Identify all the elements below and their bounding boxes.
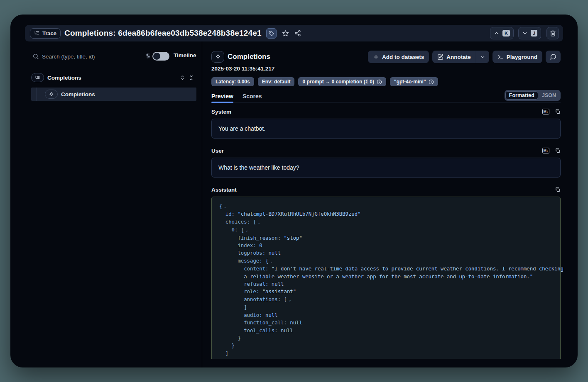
format-option-formatted[interactable]: Formatted xyxy=(505,91,538,100)
user-section-label: User xyxy=(211,148,542,154)
tree-item-completions-generation[interactable]: Completions xyxy=(31,88,196,101)
json-value: null xyxy=(268,250,281,256)
json-code-line: logprobs: null xyxy=(219,249,553,257)
markdown-toggle-icon[interactable]: M↓ xyxy=(542,109,549,114)
json-value: null xyxy=(265,312,278,318)
trace-badge-label: Trace xyxy=(42,30,56,36)
delete-trace-button[interactable] xyxy=(546,27,559,39)
trace-header-bar: Trace Completions: 6dea86b6feae03db538e2… xyxy=(25,25,563,41)
timeline-toggle[interactable] xyxy=(152,52,169,61)
app-window: Trace Completions: 6dea86b6feae03db538e2… xyxy=(10,15,578,367)
collapse-all-icon[interactable] xyxy=(188,75,194,81)
json-code-line: ] xyxy=(219,304,553,311)
token-usage-label: 0 prompt → 0 completion (Σ 0) xyxy=(302,79,374,85)
trash-icon xyxy=(550,30,556,36)
json-key: 0 xyxy=(232,227,235,233)
shortcut-key-k: K xyxy=(502,30,510,36)
search-icon xyxy=(32,53,39,60)
model-badge-label: "gpt-4o-mini" xyxy=(394,79,426,85)
observation-title: Completions xyxy=(228,53,365,61)
tree-indent-guide xyxy=(37,88,37,101)
json-key: logprobs xyxy=(238,250,262,256)
latency-badge: Latency: 0.00s xyxy=(211,77,254,86)
json-key: finish_reason xyxy=(238,235,277,241)
tab-preview[interactable]: Preview xyxy=(211,90,233,102)
format-option-json[interactable]: JSON xyxy=(538,91,560,100)
generation-icon-badge xyxy=(211,51,224,63)
collapse-chevron-icon[interactable]: ⌄ xyxy=(287,297,291,302)
timeline-toggle-label: Timeline xyxy=(174,52,196,58)
json-punctuation: : { xyxy=(259,258,268,264)
collapse-chevron-icon[interactable]: ⌄ xyxy=(268,259,272,263)
json-key: refusal xyxy=(244,281,265,287)
view-options-button[interactable] xyxy=(137,52,152,61)
system-section-label: System xyxy=(211,109,542,115)
assistant-section-tools xyxy=(555,187,561,192)
json-code-line: {⌄ xyxy=(219,202,553,210)
json-code-line: annotations: [⌄ xyxy=(219,296,553,304)
environment-badge: Env: default xyxy=(258,77,295,86)
collapse-chevron-icon[interactable]: ⌄ xyxy=(256,220,260,224)
json-key: audio xyxy=(244,312,259,318)
json-punctuation: : xyxy=(262,250,269,256)
user-section-tools: M↓ xyxy=(542,148,561,153)
comments-button[interactable] xyxy=(546,51,561,63)
search-input[interactable] xyxy=(42,54,121,60)
copy-icon[interactable] xyxy=(555,109,561,114)
json-code-line: a reliable weather website or a weather … xyxy=(219,273,553,280)
tag-button[interactable] xyxy=(266,28,277,39)
tree-item-trace-root[interactable]: Completions xyxy=(31,73,196,83)
pencil-square-icon xyxy=(437,54,443,60)
tree-search-row: Timeline xyxy=(25,51,196,62)
add-to-datasets-button[interactable]: Add to datasets xyxy=(368,51,429,63)
annotate-dropdown-button[interactable] xyxy=(476,51,489,63)
json-value: null xyxy=(281,328,293,333)
next-trace-button[interactable]: J xyxy=(518,27,541,39)
json-punctuation: : xyxy=(265,266,272,272)
assistant-section-header: Assistant xyxy=(211,186,561,193)
markdown-toggle-icon[interactable]: M↓ xyxy=(542,148,549,153)
json-code-line: choices: [⌄ xyxy=(219,218,553,226)
assistant-section-label: Assistant xyxy=(211,187,555,193)
generation-sparkle-icon xyxy=(215,54,221,60)
collapse-chevron-icon[interactable]: ⌄ xyxy=(222,204,226,209)
json-punctuation: : xyxy=(247,358,253,359)
info-icon xyxy=(377,79,382,85)
tree-icon xyxy=(34,30,40,36)
annotate-button[interactable]: Annotate xyxy=(432,51,476,63)
model-badge[interactable]: "gpt-4o-mini" xyxy=(390,77,438,86)
trace-type-badge: Trace xyxy=(30,28,61,39)
playground-button[interactable]: Playground xyxy=(492,51,542,63)
json-code-line: created: 1742470541 xyxy=(219,357,553,359)
json-string: "assistant" xyxy=(262,289,296,294)
plus-circle-icon xyxy=(429,79,434,85)
share-button[interactable] xyxy=(294,30,301,36)
token-usage-badge[interactable]: 0 prompt → 0 completion (Σ 0) xyxy=(298,77,386,86)
json-code-line: 0: {⌄ xyxy=(219,226,553,234)
playground-label: Playground xyxy=(507,54,537,60)
format-toggle: Formatted JSON xyxy=(505,90,561,101)
json-punctuation: } xyxy=(238,335,240,341)
collapse-chevron-icon[interactable]: ⌄ xyxy=(244,228,248,232)
expand-all-icon[interactable] xyxy=(179,75,186,81)
json-value: 1742470541 xyxy=(253,358,284,359)
assistant-json-output-box: {⌄id: "chatcmpl-BD7XRulRhULb7NjGfeOkhN3B… xyxy=(211,197,561,359)
json-punctuation: } xyxy=(232,343,235,348)
json-value: null xyxy=(272,281,284,287)
json-punctuation: : xyxy=(256,289,262,294)
json-code-line: function_call: null xyxy=(219,319,553,326)
prev-trace-button[interactable]: K xyxy=(490,27,514,39)
star-button[interactable] xyxy=(282,30,289,37)
copy-icon[interactable] xyxy=(555,187,561,192)
trace-node-icon-badge xyxy=(31,73,44,82)
chevron-down-icon xyxy=(480,54,485,60)
tab-scores[interactable]: Scores xyxy=(243,90,262,102)
json-code-line: tool_calls: null xyxy=(219,327,553,334)
observation-detail-panel: Completions Add to datasets Annotate xyxy=(202,41,563,359)
tag-icon xyxy=(269,31,274,36)
json-code-line: audio: null xyxy=(219,311,553,319)
json-key: id xyxy=(225,211,232,217)
copy-icon[interactable] xyxy=(555,148,561,153)
json-key: message xyxy=(238,258,259,264)
json-string: "chatcmpl-BD7XRulRhULb7NjGfeOkhN3BB9zud" xyxy=(238,211,360,217)
